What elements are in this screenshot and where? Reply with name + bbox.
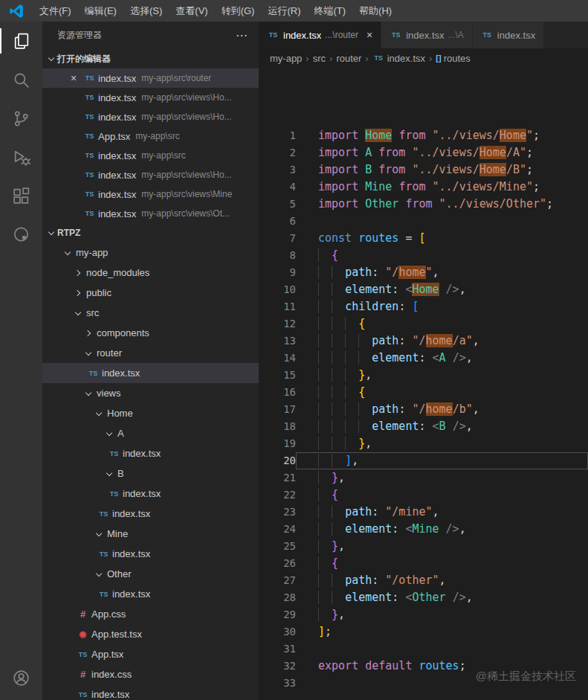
code-line[interactable]: 10 element: <Home />, <box>259 281 588 298</box>
line-number[interactable]: 33 <box>259 675 296 692</box>
open-editors-header[interactable]: 打开的编辑器 <box>42 49 259 68</box>
open-editor-item[interactable]: TSindex.tsxmy-app\src\views\Ho... <box>42 165 259 184</box>
line-number[interactable]: 22 <box>259 487 296 504</box>
line-number[interactable]: 30 <box>259 623 296 640</box>
code-line[interactable]: 29 }, <box>259 606 588 623</box>
menu-item[interactable]: 帮助(H) <box>352 0 398 22</box>
open-editor-item[interactable]: ×TSindex.tsxmy-app\src\router <box>42 68 259 88</box>
code-line[interactable]: 31 <box>259 640 588 658</box>
line-number[interactable]: 4 <box>259 179 296 196</box>
line-number[interactable]: 9 <box>259 264 296 281</box>
code-line[interactable]: 23 path: "/mine", <box>259 504 588 521</box>
source-control-icon[interactable] <box>0 99 42 138</box>
line-number[interactable]: 19 <box>259 435 296 452</box>
breadcrumb-item[interactable]: []routes <box>436 53 470 64</box>
line-number[interactable]: 18 <box>259 418 296 435</box>
code-line[interactable]: 8 { <box>259 247 588 264</box>
code-line[interactable]: 19 }, <box>259 435 588 452</box>
code-line[interactable]: 1import Home from "../views/Home"; <box>259 127 588 144</box>
open-editor-item[interactable]: TSindex.tsxmy-app\src <box>42 146 259 165</box>
menu-item[interactable]: 查看(V) <box>169 0 214 22</box>
menu-item[interactable]: 终端(T) <box>307 0 352 22</box>
tree-folder-node_modules[interactable]: node_modules <box>42 263 259 283</box>
line-number[interactable]: 6 <box>259 213 296 230</box>
tab-index.tsx[interactable]: TSindex.tsx...\A <box>381 22 473 48</box>
tree-folder-components[interactable]: components <box>42 323 259 343</box>
open-editor-item[interactable]: TSindex.tsxmy-app\src\views\Ho... <box>42 107 259 126</box>
more-actions-icon[interactable]: ⋯ <box>236 28 248 42</box>
line-number[interactable]: 32 <box>259 658 296 675</box>
line-number[interactable]: 27 <box>259 572 296 589</box>
menu-item[interactable]: 编辑(E) <box>78 0 123 22</box>
tab-index.tsx[interactable]: TSindex.tsx <box>473 22 544 48</box>
line-number[interactable]: 25 <box>259 538 296 555</box>
open-editor-item[interactable]: TSindex.tsxmy-app\src\views\Mine <box>42 184 259 204</box>
line-number[interactable]: 21 <box>259 469 296 487</box>
code-line[interactable]: 28 element: <Other />, <box>259 589 588 606</box>
code-line[interactable]: 17 path: "/home/b", <box>259 401 588 418</box>
code-area[interactable]: 1import Home from "../views/Home";2impor… <box>259 68 588 700</box>
tree-folder-Home[interactable]: Home <box>42 403 259 423</box>
account-icon[interactable] <box>0 658 42 697</box>
tree-file-index.tsx[interactable]: TSindex.tsx <box>42 484 259 504</box>
line-number[interactable]: 24 <box>259 521 296 538</box>
open-editor-item[interactable]: TSindex.tsxmy-app\src\views\Ot... <box>42 204 259 223</box>
code-line[interactable]: 11 children: [ <box>259 298 588 315</box>
code-line[interactable]: 30]; <box>259 623 588 640</box>
code-line[interactable]: 4import Mine from "../views/Mine"; <box>259 179 588 196</box>
tree-file-index.css[interactable]: #index.css <box>42 664 259 684</box>
code-line[interactable]: 9 path: "/home", <box>259 264 588 281</box>
tree-folder-A[interactable]: A <box>42 423 259 443</box>
line-number[interactable]: 20 <box>259 452 296 469</box>
line-number[interactable]: 7 <box>259 230 296 247</box>
code-line[interactable]: 25 }, <box>259 538 588 555</box>
tree-folder-Other[interactable]: Other <box>42 564 259 584</box>
line-number[interactable]: 26 <box>259 555 296 572</box>
tree-folder-views[interactable]: views <box>42 383 259 403</box>
code-line[interactable]: 6 <box>259 213 588 230</box>
line-number[interactable]: 15 <box>259 367 296 384</box>
tree-folder-B[interactable]: B <box>42 463 259 484</box>
line-number[interactable]: 13 <box>259 333 296 350</box>
tree-file-App.css[interactable]: #App.css <box>42 604 259 624</box>
code-line[interactable]: 24 element: <Mine />, <box>259 521 588 538</box>
menu-item[interactable]: 运行(R) <box>261 0 307 22</box>
code-line[interactable]: 22 { <box>259 487 588 504</box>
tree-file-App.tsx[interactable]: TSApp.tsx <box>42 644 259 664</box>
line-number[interactable]: 1 <box>259 127 296 144</box>
code-line[interactable]: 13 path: "/home/a", <box>259 333 588 350</box>
circle-icon[interactable] <box>0 215 42 254</box>
tree-folder-my-app[interactable]: my-app <box>42 243 259 263</box>
line-number[interactable]: 14 <box>259 350 296 367</box>
breadcrumb-item[interactable]: my-app <box>270 53 302 64</box>
tree-file-index.tsx[interactable]: TSindex.tsx <box>42 443 259 463</box>
code-line[interactable]: 14 element: <A />, <box>259 350 588 367</box>
line-number[interactable]: 12 <box>259 315 296 333</box>
line-number[interactable]: 8 <box>259 247 296 264</box>
close-icon[interactable]: × <box>366 29 372 41</box>
line-number[interactable]: 16 <box>259 384 296 401</box>
tree-file-App.test.tsx[interactable]: ◉App.test.tsx <box>42 624 259 644</box>
menu-item[interactable]: 选择(S) <box>123 0 169 22</box>
line-number[interactable]: 3 <box>259 161 296 179</box>
breadcrumb-item[interactable]: src <box>313 53 326 64</box>
extensions-icon[interactable] <box>0 176 42 215</box>
tree-folder-src[interactable]: src <box>42 303 259 323</box>
tree-file-index.tsx[interactable]: TSindex.tsx <box>42 684 259 700</box>
line-number[interactable]: 5 <box>259 196 296 213</box>
tree-folder-public[interactable]: public <box>42 283 259 303</box>
code-line[interactable]: 32export default routes; <box>259 658 588 675</box>
vscode-logo-icon[interactable] <box>0 4 33 19</box>
code-line[interactable]: 7const routes = [ <box>259 230 588 247</box>
menu-item[interactable]: 转到(G) <box>215 0 262 22</box>
workspace-header[interactable]: RTPZ <box>42 223 259 243</box>
tree-file-index.tsx[interactable]: TSindex.tsx <box>42 504 259 524</box>
search-icon[interactable] <box>0 60 42 99</box>
tree-folder-router[interactable]: router <box>42 343 259 363</box>
menu-item[interactable]: 文件(F) <box>33 0 78 22</box>
code-line[interactable]: 21 }, <box>259 469 588 487</box>
line-number[interactable]: 17 <box>259 401 296 418</box>
code-line[interactable]: 20 ], <box>259 452 588 469</box>
breadcrumb-item[interactable]: TSindex.tsx <box>372 52 425 64</box>
tree-folder-Mine[interactable]: Mine <box>42 524 259 544</box>
